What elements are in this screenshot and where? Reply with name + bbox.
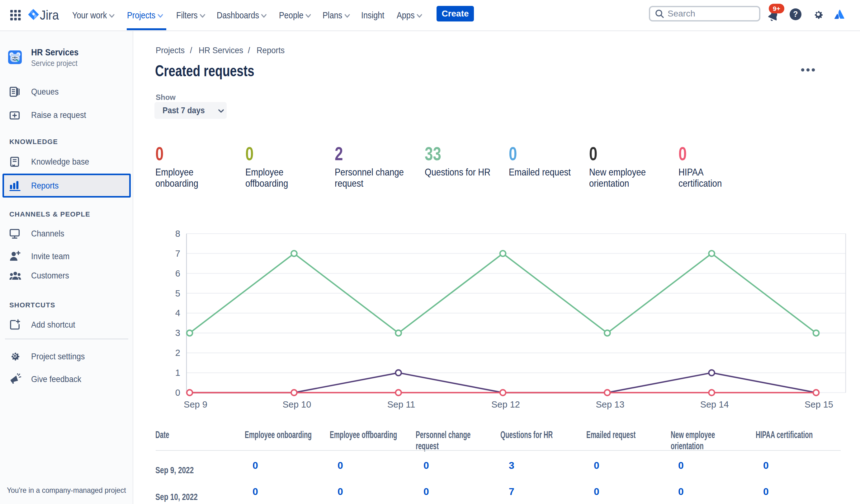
svg-text:4: 4: [175, 308, 180, 318]
svg-text:6: 6: [175, 268, 180, 279]
svg-text:7: 7: [175, 249, 180, 258]
svg-text:2: 2: [175, 348, 180, 358]
svg-text:0: 0: [175, 388, 180, 398]
svg-text:Sep 14: Sep 14: [700, 399, 729, 410]
svg-text:Sep 13: Sep 13: [596, 399, 624, 410]
svg-text:Sep 12: Sep 12: [491, 399, 520, 410]
svg-text:Sep 11: Sep 11: [387, 399, 415, 410]
svg-text:Sep 9: Sep 9: [184, 399, 207, 410]
svg-text:5: 5: [175, 288, 180, 298]
svg-text:3: 3: [175, 328, 180, 338]
svg-text:Sep 10: Sep 10: [283, 399, 311, 410]
svg-text:1: 1: [175, 368, 180, 378]
svg-text:Sep 15: Sep 15: [805, 399, 833, 410]
svg-text:8: 8: [175, 229, 180, 239]
